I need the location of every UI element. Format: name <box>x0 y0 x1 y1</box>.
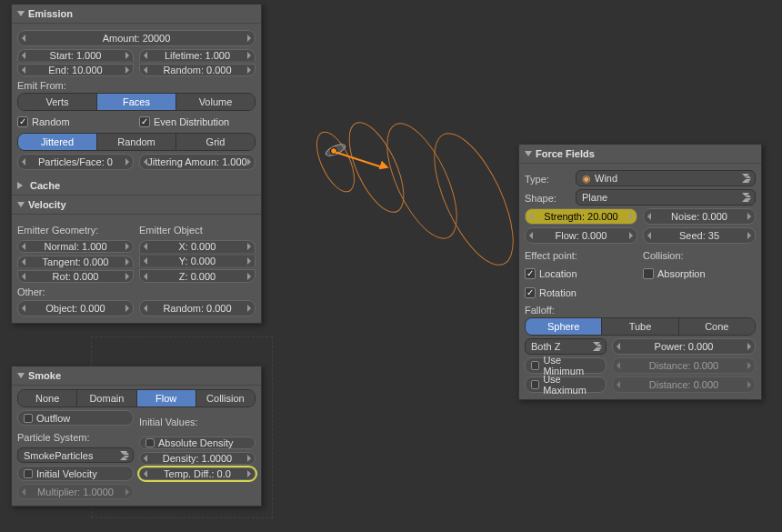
random-vel-field[interactable]: Random: 0.000 <box>139 300 256 316</box>
outflow-toggle[interactable]: Outflow <box>17 410 134 426</box>
smoke-panel: Smoke None Domain Flow Collision Outflow… <box>11 366 262 507</box>
distribution-segmented[interactable]: Jittered Random Grid <box>17 133 256 151</box>
shape-label: Shape: <box>525 193 570 204</box>
collision-label: Collision: <box>643 250 756 261</box>
smoke-type-segmented[interactable]: None Domain Flow Collision <box>17 389 256 407</box>
y-field[interactable]: Y: 0.000 <box>139 256 256 267</box>
use-max-toggle[interactable]: Use Maximum <box>525 376 607 393</box>
smoke-collision[interactable]: Collision <box>196 390 255 407</box>
temp-diff-field[interactable]: Temp. Diff.: 0.0 <box>139 467 256 480</box>
falloff-segmented[interactable]: Sphere Tube Cone <box>525 317 756 336</box>
end-field[interactable]: End: 10.000 <box>17 64 134 76</box>
distance-max-field[interactable]: Distance: 0.000 <box>612 376 756 393</box>
x-field[interactable]: X: 0.000 <box>139 240 256 253</box>
lifetime-random-field[interactable]: Random: 0.000 <box>139 64 256 76</box>
smoke-none[interactable]: None <box>18 390 77 407</box>
emit-from-volume[interactable]: Volume <box>176 94 255 110</box>
checkbox-on-icon <box>17 116 28 127</box>
random-check[interactable]: Random <box>17 116 134 127</box>
dist-random[interactable]: Random <box>97 134 176 150</box>
distance-min-field[interactable]: Distance: 0.000 <box>612 357 756 374</box>
emission-header[interactable]: Emission <box>12 5 261 24</box>
cache-header[interactable]: Cache <box>12 176 261 196</box>
cache-title: Cache <box>30 180 60 191</box>
checkbox-on-icon <box>139 116 150 127</box>
velocity-title: Velocity <box>28 199 66 210</box>
collapse-icon <box>525 151 532 156</box>
z-field[interactable]: Z: 0.000 <box>139 269 256 283</box>
falloff-tube[interactable]: Tube <box>602 318 678 335</box>
rot-field[interactable]: Rot: 0.000 <box>17 270 134 283</box>
collapse-icon <box>17 373 25 378</box>
particles-face-field[interactable]: Particles/Face: 0 <box>17 154 134 170</box>
smoke-domain[interactable]: Domain <box>77 390 136 407</box>
lifetime-field[interactable]: Lifetime: 1.000 <box>139 49 256 61</box>
collapse-icon <box>17 11 25 16</box>
absorption-check[interactable]: Absorption <box>643 268 756 279</box>
force-type-select[interactable]: ◉ Wind <box>576 170 756 186</box>
seed-field[interactable]: Seed: 35 <box>643 227 756 244</box>
initial-velocity-toggle[interactable]: Initial Velocity <box>17 466 134 481</box>
falloff-label: Falloff: <box>525 305 756 316</box>
dist-jittered[interactable]: Jittered <box>18 134 97 150</box>
smoke-flow[interactable]: Flow <box>137 390 196 407</box>
rotation-check[interactable]: Rotation <box>525 287 637 298</box>
force-fields-title: Force Fields <box>536 148 595 159</box>
force-shape-select[interactable]: Plane <box>576 189 756 206</box>
strength-field[interactable]: Strength: 20.000 <box>525 208 637 225</box>
dist-grid[interactable]: Grid <box>176 134 255 150</box>
object-vel-field[interactable]: Object: 0.000 <box>17 300 134 316</box>
falloff-cone[interactable]: Cone <box>679 318 755 335</box>
type-label: Type: <box>525 174 570 185</box>
smoke-title: Smoke <box>28 370 61 381</box>
force-fields-header[interactable]: Force Fields <box>519 145 761 164</box>
emission-title: Emission <box>28 8 73 19</box>
multiplier-field[interactable]: Multiplier: 1.0000 <box>17 484 134 499</box>
start-field[interactable]: Start: 1.000 <box>17 49 134 61</box>
smoke-header[interactable]: Smoke <box>12 366 261 386</box>
zdirection-select[interactable]: Both Z <box>525 338 607 355</box>
use-min-toggle[interactable]: Use Minimum <box>525 357 607 374</box>
force-fields-panel: Force Fields Type: ◉ Wind Shape: Plane S… <box>518 144 762 400</box>
initial-values-label: Initial Values: <box>139 414 256 430</box>
other-label: Other: <box>17 286 256 297</box>
normal-field[interactable]: Normal: 1.000 <box>17 240 134 253</box>
tangent-field[interactable]: Tangent: 0.000 <box>17 256 134 267</box>
falloff-sphere[interactable]: Sphere <box>526 318 602 335</box>
location-check[interactable]: Location <box>525 268 637 279</box>
jittering-amount-field[interactable]: Jittering Amoun: 1.000 <box>139 154 256 170</box>
flow-field[interactable]: Flow: 0.000 <box>525 227 637 244</box>
collapse-icon <box>17 202 25 207</box>
density-field[interactable]: Density: 1.0000 <box>139 452 256 465</box>
amount-field[interactable]: Amount: 20000 <box>17 30 256 46</box>
emit-from-verts[interactable]: Verts <box>18 94 97 110</box>
absolute-density-toggle[interactable]: Absolute Density <box>139 437 256 449</box>
expand-icon <box>17 182 26 189</box>
velocity-header[interactable]: Velocity <box>12 196 261 215</box>
emitter-obj-label: Emitter Object <box>139 225 256 236</box>
particle-system-select[interactable]: SmokeParticles <box>17 447 134 463</box>
particle-system-label: Particle System: <box>17 432 134 443</box>
noise-field[interactable]: Noise: 0.000 <box>643 208 756 225</box>
emit-from-segmented[interactable]: Verts Faces Volume <box>17 93 256 111</box>
power-field[interactable]: Power: 0.000 <box>612 338 756 355</box>
emit-from-label: Emit From: <box>17 80 256 91</box>
wind-icon: ◉ <box>582 173 591 185</box>
even-distribution-check[interactable]: Even Distribution <box>139 116 256 127</box>
emitter-geom-label: Emitter Geometry: <box>17 225 134 236</box>
effect-point-label: Effect point: <box>525 250 637 261</box>
emit-from-faces[interactable]: Faces <box>97 94 176 110</box>
particles-panel: Emission Amount: 20000 Start: 1.000 End:… <box>11 4 262 324</box>
